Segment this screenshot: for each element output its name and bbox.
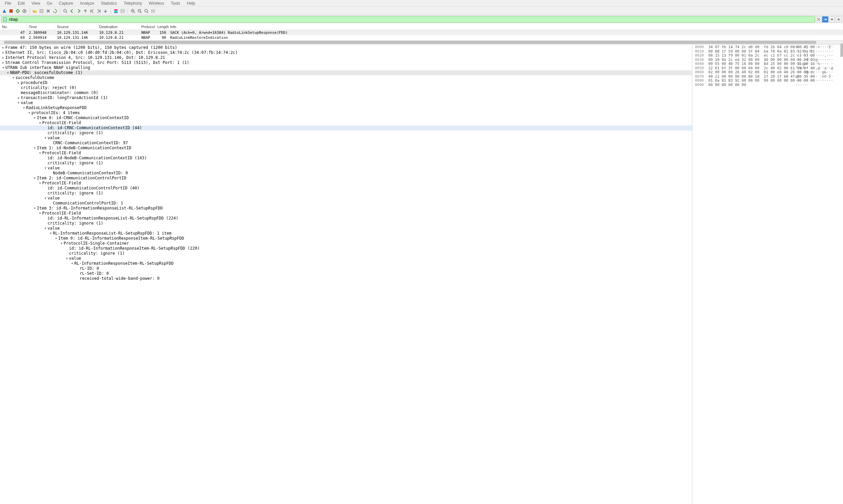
- expand-arrow-icon[interactable]: ▾: [39, 121, 42, 126]
- tree-item[interactable]: id: id-CRNC-CommunicationContextID (44): [0, 126, 692, 130]
- tree-item[interactable]: ▾protocolIEs: 4 items: [0, 110, 692, 115]
- expand-arrow-icon[interactable]: ▾: [39, 181, 42, 186]
- expand-arrow-icon[interactable]: ▾: [28, 110, 32, 115]
- tree-item[interactable]: criticality: ignore (1): [0, 221, 692, 226]
- packet-list-header[interactable]: No. Time Source Destination Protocol Len…: [0, 23, 843, 30]
- tree-item[interactable]: ▸Stream Control Transmission Protocol, S…: [0, 60, 692, 65]
- tree-item[interactable]: ▾RL-InformationResponseItem-RL-SetupRspF…: [0, 261, 692, 266]
- zoom-reset-icon[interactable]: [143, 8, 150, 14]
- expand-arrow-icon[interactable]: ▾: [7, 70, 10, 75]
- tree-item[interactable]: ▸procedureID: [0, 80, 692, 85]
- tree-item[interactable]: ▸Ethernet II, Src: Cisco_2b:04:c0 (d0:d0…: [0, 50, 692, 55]
- menu-go[interactable]: Go: [43, 0, 56, 6]
- tree-item[interactable]: ▾ProtocolIE-Single-Container: [0, 241, 692, 246]
- tree-item[interactable]: ▾value: [0, 256, 692, 261]
- expand-arrow-icon[interactable]: ▾: [34, 176, 37, 181]
- tree-item[interactable]: ▾Item 3: id-RL-InformationResponseList-R…: [0, 206, 692, 211]
- expand-arrow-icon[interactable]: ▾: [50, 231, 53, 236]
- expand-arrow-icon[interactable]: ▸: [17, 95, 21, 101]
- expand-arrow-icon[interactable]: ▾: [39, 211, 42, 216]
- menu-tools[interactable]: Tools: [168, 0, 183, 6]
- tree-item[interactable]: NodeB-CommunicationContextID: 0: [0, 171, 692, 176]
- menu-edit[interactable]: Edit: [14, 0, 28, 6]
- expand-arrow-icon[interactable]: ▾: [23, 105, 26, 110]
- go-last-icon[interactable]: [96, 8, 102, 14]
- tree-item[interactable]: ▾Item 1: id-NodeB-CommunicationContextID: [0, 146, 692, 150]
- menu-capture[interactable]: Capture: [56, 0, 77, 6]
- tree-item[interactable]: ▸transactionID: longTransActionId (1): [0, 95, 692, 101]
- expand-arrow-icon[interactable]: ▾: [12, 75, 15, 80]
- find-icon[interactable]: [62, 8, 68, 14]
- tree-item[interactable]: ▾succesfulOutcome: [0, 75, 692, 80]
- column-source[interactable]: Source: [55, 24, 97, 30]
- tree-item[interactable]: id: id-RL-InformationResponseList-RL-Set…: [0, 216, 692, 221]
- tree-item[interactable]: id: id-NodeB-CommunicationContextID (143…: [0, 156, 692, 161]
- menu-statistics[interactable]: Statistics: [98, 0, 120, 6]
- tree-item[interactable]: criticality: ignore (1): [0, 161, 692, 166]
- tree-item[interactable]: ▾value: [0, 166, 692, 171]
- filter-dropdown-icon[interactable]: [829, 16, 835, 22]
- expand-arrow-icon[interactable]: ▾: [71, 261, 74, 266]
- menu-wireless[interactable]: Wireless: [145, 0, 168, 6]
- jump-icon[interactable]: [82, 8, 88, 14]
- filter-input-wrap[interactable]: [1, 16, 815, 23]
- menu-help[interactable]: Help: [183, 0, 199, 6]
- tree-item[interactable]: id: id-RL-InformationResponseItem-RL-Set…: [0, 246, 692, 251]
- tree-item[interactable]: ▾value: [0, 101, 692, 105]
- tree-item[interactable]: messageDiscriminator: common (0): [0, 90, 692, 95]
- tree-item[interactable]: ▾Item 0: id-CRNC-CommunicationContextID: [0, 115, 692, 121]
- expand-arrow-icon[interactable]: ▾: [44, 136, 48, 141]
- column-length[interactable]: Length: [155, 24, 168, 30]
- tree-item[interactable]: ▾value: [0, 196, 692, 201]
- toolbar-btn[interactable]: [21, 8, 28, 14]
- toolbar-btn[interactable]: [15, 8, 21, 14]
- menu-telephony[interactable]: Telephony: [120, 0, 145, 6]
- tree-item[interactable]: ▾value: [0, 136, 692, 141]
- expand-arrow-icon[interactable]: ▾: [44, 226, 48, 231]
- packet-row[interactable]: 692.56091410.129.131.14610.129.8.21NBAP9…: [0, 35, 843, 40]
- hex-line[interactable]: 004000 55 00 40 75 16 00 00 8d 25 00 00 …: [695, 62, 840, 66]
- hex-line[interactable]: 002008 15 13 f9 00 01 0a 2c ec c1 b7 cc …: [695, 54, 840, 58]
- display-filter-input[interactable]: [8, 17, 814, 22]
- tree-item[interactable]: CRNC-CommunicationContextID: 97: [0, 141, 692, 146]
- expand-arrow-icon[interactable]: ▸: [2, 55, 5, 60]
- tree-item[interactable]: criticality: ignore (1): [0, 191, 692, 196]
- toolbar-btn[interactable]: [1, 8, 7, 14]
- tree-item[interactable]: criticality: ignore (1): [0, 130, 692, 136]
- clear-filter-icon[interactable]: [815, 16, 822, 22]
- tree-item[interactable]: ▾ProtocolIE-Field: [0, 211, 692, 216]
- toolbar-btn[interactable]: [8, 8, 14, 14]
- expand-arrow-icon[interactable]: ▸: [2, 50, 5, 55]
- expand-arrow-icon[interactable]: ▾: [34, 115, 37, 121]
- hex-line[interactable]: 006002 00 00 00 28 40 02 00 01 00 e0 40 …: [695, 70, 840, 75]
- expand-arrow-icon[interactable]: ▾: [60, 241, 64, 246]
- close-icon[interactable]: [45, 8, 51, 14]
- tree-item[interactable]: ▾RL-InformationResponseList-RL-SetupRspF…: [0, 231, 692, 236]
- reload-icon[interactable]: [52, 8, 58, 14]
- expand-arrow-icon[interactable]: ▾: [34, 206, 37, 211]
- expand-arrow-icon[interactable]: ▾: [55, 236, 58, 241]
- tree-item[interactable]: criticality: ignore (1): [0, 251, 692, 256]
- hex-line[interactable]: 000034 07 fb 14 74 2c d0 d0 fd 2b 04 c0 …: [695, 45, 840, 50]
- tree-item[interactable]: ▾value: [0, 226, 692, 231]
- packet-row[interactable]: 472.38094810.129.131.14610.129.8.21NBAP1…: [0, 30, 843, 35]
- colorize-icon[interactable]: [113, 8, 119, 14]
- toolbar-btn[interactable]: [120, 8, 126, 14]
- zoom-in-icon[interactable]: [130, 8, 136, 14]
- apply-filter-icon[interactable]: [822, 16, 828, 22]
- tree-item[interactable]: ▾Item 2: id-CommunicationControlPortID: [0, 176, 692, 181]
- tree-item[interactable]: ▾Item 0: id-RL-InformationResponseItem-R…: [0, 236, 692, 241]
- tree-item[interactable]: ▾NBAP-PDU: succesfulOutcome (1): [0, 70, 692, 75]
- column-destination[interactable]: Destination: [97, 24, 139, 30]
- expand-arrow-icon[interactable]: ▾: [34, 146, 37, 150]
- expand-arrow-icon[interactable]: ▾: [2, 65, 5, 70]
- column-protocol[interactable]: Protocol: [139, 24, 155, 30]
- resize-columns-icon[interactable]: [150, 8, 156, 14]
- tree-item[interactable]: rL-ID: 0: [0, 266, 692, 271]
- zoom-out-icon[interactable]: [137, 8, 143, 14]
- save-icon[interactable]: [38, 8, 45, 14]
- tree-item[interactable]: ▾ProtocolIE-Field: [0, 181, 692, 186]
- tree-item[interactable]: ▾ProtocolIE-Field: [0, 150, 692, 156]
- tree-item[interactable]: received-total-wide-band-power: 0: [0, 276, 692, 281]
- bookmark-icon[interactable]: [2, 17, 8, 22]
